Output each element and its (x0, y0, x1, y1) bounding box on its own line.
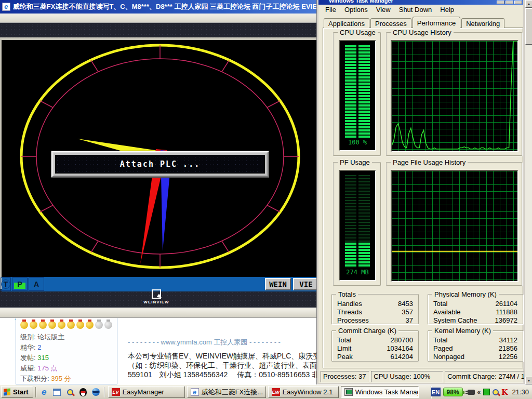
weinview-icon (152, 289, 161, 299)
task-manager-titlebar[interactable]: Windows Task Manager (318, 0, 523, 5)
pf-usage-value: 274 MB (340, 269, 375, 276)
user-prestige: 威望: 175 点 (20, 363, 113, 374)
task-manager-menubar: File Options View Shut Down Help (318, 5, 523, 15)
status-cpu: CPU Usage: 100% (371, 371, 443, 382)
status-commit: Commit Charge: 274M / 1009M (445, 371, 524, 382)
cpu-history-groupbox: CPU Usage History (386, 32, 522, 156)
start-button[interactable]: Start (1, 386, 33, 398)
tab-performance[interactable]: Performance (413, 17, 460, 28)
task-manager-statusbar: Processes: 37 CPU Usage: 100% Commit Cha… (321, 371, 524, 382)
power-plug-icon (468, 390, 475, 395)
cpu-history-line (392, 41, 517, 149)
tray-overflow-chevron[interactable]: « (477, 389, 481, 396)
app-background-top (0, 23, 321, 37)
search-icon[interactable] (65, 388, 75, 397)
language-indicator[interactable]: EN (431, 388, 441, 396)
close-icon[interactable] (514, 1, 522, 4)
task-manager-tabs: Applications Processes Performance Netwo… (324, 17, 506, 28)
user-credits: 下载积分: 395 分 (20, 374, 113, 384)
browser-titlebar[interactable]: e 威纶和三菱FX连接不能直接读写T、C、M8***、D8*** 工控人家园 三… (0, 0, 321, 14)
window-doc-icon[interactable] (52, 388, 62, 397)
cpu-usage-value: 100 % (340, 139, 375, 146)
vie-button[interactable]: VIE (293, 278, 319, 290)
taskbar-separator (104, 387, 105, 397)
system-tray: EN 98% « K 21:30 (431, 386, 531, 398)
tray-clock: 21:30 (510, 388, 529, 396)
taskmanager-icon (344, 388, 353, 396)
tray-green-icon[interactable] (483, 389, 490, 395)
gold-medal-icon (30, 321, 37, 329)
gold-medal-icon (67, 321, 75, 329)
cpu-history-graph (391, 40, 518, 152)
browser-scrollbar[interactable]: ▲ ▼ (525, 0, 532, 384)
wein-button[interactable]: WEIN (265, 278, 291, 290)
tab-processes[interactable]: Processes (370, 18, 411, 28)
attach-plc-dialog: Attach PLC ... (51, 151, 269, 178)
gold-medal-icon (48, 321, 56, 329)
menu-shutdown[interactable]: Shut Down (395, 5, 436, 14)
gold-medal-icon (86, 321, 94, 329)
user-posts: 发帖: 315 (20, 353, 113, 363)
totals-groupbox: Totals Handles8453 Threads357 Processes3… (331, 294, 419, 324)
pf-history-groupbox: Page File Usage History (386, 162, 522, 286)
status-processes: Processes: 37 (321, 371, 369, 382)
menu-file[interactable]: File (322, 5, 340, 14)
ie-icon: e (191, 388, 199, 396)
taskbar-button-taskmanager[interactable]: Windows Task Manager (341, 386, 419, 398)
taskbar-button-browser[interactable]: e 威纶和三菱FX连接... (187, 386, 266, 398)
hmi-button-p[interactable]: P (12, 277, 28, 291)
medal-row (20, 321, 113, 329)
taskbar-separator (35, 387, 36, 397)
quick-launch: e (38, 388, 102, 397)
task-manager-window: Windows Task Manager File Options View S… (317, 0, 525, 384)
attach-plc-message: Attach PLC ... (120, 159, 200, 169)
ie-page-icon: e (2, 3, 10, 11)
pf-usage-meter: 274 MB (339, 170, 376, 281)
hmi-button-t[interactable]: T (1, 277, 11, 291)
browser-title: 威纶和三菱FX连接不能直接读写T、C、M8***、D8*** 工控人家园 三菱工… (13, 2, 319, 11)
media-player-icon[interactable] (91, 388, 101, 397)
tab-networking[interactable]: Networking (461, 18, 504, 28)
browser-toolbar (0, 14, 321, 23)
commit-charge-groupbox: Commit Charge (K) Total280700 Limit10341… (331, 330, 419, 362)
forum-user-panel: 级别: 论坛版主 精华: 2 发帖: 315 威望: 175 点 下载积分: 3… (16, 318, 117, 384)
pf-history-graph (391, 170, 518, 282)
tray-search-icon[interactable] (493, 389, 499, 395)
menu-options[interactable]: Options (341, 5, 371, 14)
tab-applications[interactable]: Applications (324, 18, 369, 28)
menu-view[interactable]: View (373, 5, 394, 14)
scroll-up-icon[interactable]: ▲ (525, 0, 532, 8)
pf-usage-groupbox: PF Usage 274 MB (333, 162, 381, 286)
maximize-icon[interactable] (506, 1, 513, 4)
weinview-shortcut[interactable]: WEINVIEW (144, 289, 168, 307)
gold-medal-icon (39, 321, 47, 329)
silver-medal-icon (104, 321, 112, 329)
gold-medal-icon (76, 321, 84, 329)
windows-logo-icon (4, 389, 11, 396)
user-level: 级别: 论坛版主 (20, 332, 113, 342)
taskbar: Start e EV EasyManager e 威纶和三菱FX连接... EW… (0, 384, 532, 399)
cpu-usage-groupbox: CPU Usage 100 % (333, 32, 381, 156)
taskbar-button-easymanager[interactable]: EV EasyManager (108, 386, 185, 398)
scroll-down-icon[interactable]: ▼ (525, 377, 532, 384)
desktop: e 威纶和三菱FX连接不能直接读写T、C、M8***、D8*** 工控人家园 三… (0, 0, 532, 399)
user-essence: 精华: 2 (20, 342, 113, 353)
easywindow-icon: EW (272, 388, 280, 396)
scrollbar-thumb[interactable] (525, 8, 532, 45)
kaspersky-icon[interactable]: K (501, 388, 508, 396)
physical-memory-groupbox: Physical Memory (K) Total261104 Availabl… (428, 294, 523, 324)
minimize-icon[interactable] (497, 1, 504, 4)
qq-icon[interactable] (78, 388, 88, 397)
easymanager-icon: EV (112, 388, 120, 396)
battery-indicator[interactable]: 98% (443, 388, 463, 396)
silver-medal-icon (95, 321, 103, 329)
ie-icon[interactable]: e (39, 388, 49, 397)
hmi-button-a[interactable]: A (29, 277, 44, 291)
task-manager-title: Windows Task Manager (329, 0, 523, 4)
menu-help[interactable]: Help (436, 5, 458, 14)
cpu-usage-meter: 100 % (339, 40, 376, 151)
kernel-memory-groupbox: Kernel Memory (K) Total34112 Paged21856 … (428, 330, 523, 362)
window-edge-strip (0, 308, 321, 318)
gold-medal-icon (58, 321, 65, 329)
taskbar-button-easywindow[interactable]: EW EasyWindow 2.1 (268, 386, 339, 398)
